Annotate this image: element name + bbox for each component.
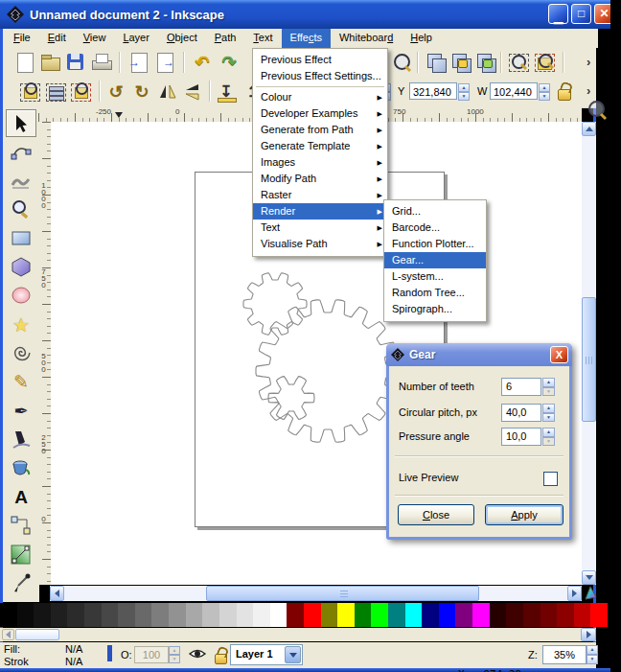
pitch-spinner[interactable]: ▲▼ bbox=[542, 404, 555, 422]
select-all-layers-icon[interactable] bbox=[44, 81, 67, 104]
gear-shape[interactable] bbox=[256, 300, 400, 443]
palette-swatch[interactable] bbox=[337, 603, 355, 627]
palette-swatch[interactable] bbox=[472, 603, 490, 627]
menu-file[interactable]: File bbox=[5, 29, 39, 48]
palette-swatch[interactable] bbox=[237, 603, 254, 627]
close-button[interactable]: Close bbox=[398, 504, 474, 525]
submenu-item-function-plotter[interactable]: Function Plotter... bbox=[384, 236, 486, 252]
calligraphy-tool[interactable] bbox=[6, 426, 36, 453]
palette-swatch[interactable] bbox=[186, 603, 203, 627]
palette-swatch[interactable] bbox=[355, 603, 372, 627]
palette-swatch[interactable] bbox=[51, 603, 68, 627]
palette-swatch[interactable] bbox=[67, 603, 84, 627]
menu-item-previous-effect[interactable]: Previous Effect bbox=[253, 52, 387, 68]
rotate-cw-icon[interactable]: ↻ bbox=[130, 81, 153, 104]
scroll-up-button[interactable] bbox=[582, 122, 596, 136]
palette-swatch[interactable] bbox=[388, 603, 405, 627]
vertical-scrollbar[interactable] bbox=[582, 122, 596, 585]
palette-swatch[interactable] bbox=[523, 603, 540, 627]
palette-swatch[interactable] bbox=[84, 603, 102, 627]
menu-path[interactable]: Path bbox=[206, 29, 245, 48]
y-field[interactable]: 321,840 bbox=[409, 82, 457, 100]
rectangle-tool[interactable] bbox=[6, 224, 36, 252]
duplicate-icon[interactable] bbox=[425, 51, 448, 74]
menu-layer[interactable]: Layer bbox=[114, 29, 158, 48]
palette-scroll-left[interactable] bbox=[2, 629, 14, 640]
zoom-drawing-icon[interactable] bbox=[390, 51, 413, 74]
new-document-icon[interactable] bbox=[13, 51, 36, 74]
submenu-item-l-system[interactable]: L-system... bbox=[384, 268, 486, 285]
palette-scrollbar[interactable] bbox=[0, 628, 596, 641]
palette-swatch[interactable] bbox=[202, 603, 219, 627]
deselect-icon[interactable] bbox=[69, 81, 92, 104]
scroll-right-button[interactable] bbox=[567, 586, 582, 601]
opacity-spinner[interactable]: ▲▼ bbox=[169, 646, 180, 663]
submenu-item-barcode[interactable]: Barcode... bbox=[384, 220, 486, 236]
palette-scroll-right[interactable] bbox=[581, 628, 596, 641]
undo-icon[interactable]: ↶ bbox=[191, 51, 214, 74]
save-icon[interactable] bbox=[64, 51, 87, 74]
print-icon[interactable] bbox=[90, 51, 113, 74]
fill-value[interactable]: N/A bbox=[65, 643, 82, 656]
y-field-spinner[interactable]: ▲▼ bbox=[458, 83, 470, 101]
pressure-angle-field[interactable]: 10,0 bbox=[501, 428, 541, 446]
palette-swatch[interactable] bbox=[540, 603, 558, 627]
palette-swatch[interactable] bbox=[557, 603, 574, 627]
menu-object[interactable]: Object bbox=[158, 29, 206, 48]
palette-swatch[interactable] bbox=[506, 603, 523, 627]
ellipse-tool[interactable] bbox=[6, 282, 36, 310]
node-editor-tool[interactable] bbox=[6, 138, 36, 166]
submenu-item-spirograph[interactable]: Spirograph... bbox=[384, 301, 486, 317]
palette-swatch[interactable] bbox=[422, 603, 439, 627]
palette-swatch[interactable] bbox=[118, 603, 135, 627]
pressure-angle-spinner[interactable]: ▲▼ bbox=[542, 428, 555, 446]
selector-tool[interactable] bbox=[6, 109, 36, 137]
opacity-field[interactable]: 100 bbox=[134, 646, 169, 663]
menu-item-previous-effect-settings[interactable]: Previous Effect Settings... bbox=[253, 68, 387, 84]
gear-dialog-close-icon[interactable]: X bbox=[550, 346, 568, 363]
connector-tool[interactable] bbox=[6, 512, 36, 540]
palette-swatch[interactable] bbox=[17, 603, 34, 627]
palette-swatch[interactable] bbox=[439, 603, 456, 627]
minimize-button[interactable]: ▁ bbox=[548, 4, 568, 24]
palette-swatch[interactable] bbox=[304, 603, 321, 627]
horizontal-scrollbar[interactable] bbox=[50, 586, 582, 601]
menu-item-generate-from-path[interactable]: Generate from Path▶ bbox=[253, 122, 387, 138]
palette-swatch[interactable] bbox=[151, 603, 169, 627]
menu-whiteboard[interactable]: Whiteboard bbox=[331, 29, 402, 48]
palette-swatch[interactable] bbox=[321, 603, 338, 627]
dropper-tool[interactable] bbox=[6, 569, 36, 597]
import-icon[interactable]: → bbox=[127, 51, 150, 74]
zoom-page-icon[interactable] bbox=[533, 51, 556, 74]
w-field[interactable]: 102,440 bbox=[490, 82, 538, 100]
clone-icon[interactable] bbox=[449, 51, 472, 74]
palette-swatch[interactable] bbox=[253, 603, 270, 627]
close-button[interactable]: ✕ bbox=[594, 4, 610, 24]
palette-swatch[interactable] bbox=[169, 603, 186, 627]
star-tool[interactable]: ★ bbox=[6, 311, 36, 338]
spiral-tool[interactable] bbox=[6, 339, 36, 367]
palette-swatch[interactable] bbox=[371, 603, 388, 627]
palette-swatch[interactable] bbox=[102, 603, 119, 627]
select-all-icon[interactable] bbox=[18, 81, 41, 104]
flip-vertical-icon[interactable] bbox=[181, 81, 204, 104]
menu-effects[interactable]: Effects bbox=[282, 29, 331, 48]
palette-swatch[interactable] bbox=[490, 603, 507, 627]
stroke-value[interactable]: N/A bbox=[65, 656, 82, 668]
paint-bucket-tool[interactable] bbox=[6, 454, 36, 482]
toolbar-overflow-icon[interactable]: › bbox=[586, 83, 590, 98]
menu-text[interactable]: Text bbox=[244, 29, 281, 48]
palette-swatch[interactable] bbox=[590, 603, 608, 627]
lock-ratio-icon[interactable] bbox=[553, 81, 576, 104]
zoom-spinner[interactable]: ▲▼ bbox=[586, 645, 598, 664]
menu-item-raster[interactable]: Raster▶ bbox=[253, 187, 387, 203]
open-document-icon[interactable] bbox=[39, 51, 62, 74]
menu-item-visualise-path[interactable]: Visualise Path▶ bbox=[253, 236, 387, 252]
submenu-item-grid[interactable]: Grid... bbox=[384, 203, 486, 220]
flip-horizontal-icon[interactable] bbox=[156, 81, 179, 104]
redo-icon[interactable]: ↷ bbox=[218, 51, 241, 74]
menu-item-text[interactable]: Text▶ bbox=[253, 220, 387, 236]
lower-to-bottom-icon[interactable]: ↧ bbox=[215, 81, 238, 104]
menu-item-colour[interactable]: Colour▶ bbox=[253, 89, 387, 105]
layer-lock-icon[interactable] bbox=[213, 646, 228, 663]
